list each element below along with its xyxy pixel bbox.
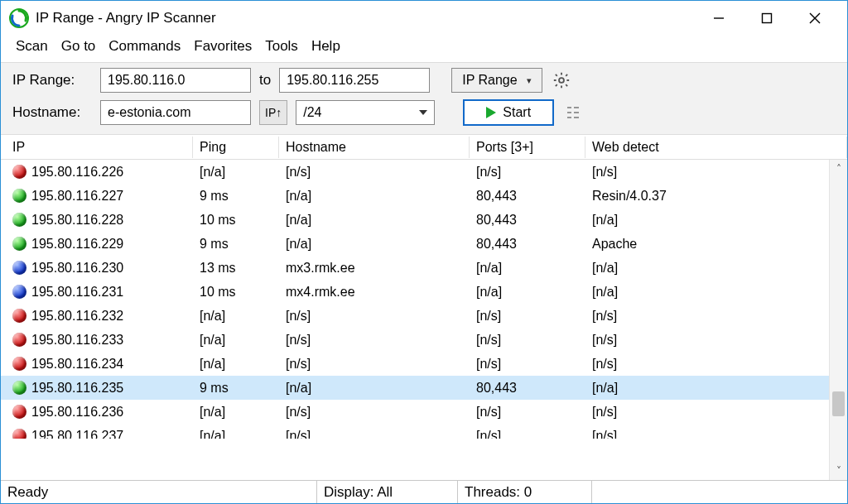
status-dot-icon <box>12 357 26 371</box>
window-controls <box>695 1 839 36</box>
col-header-web[interactable]: Web detect <box>585 137 847 158</box>
cell-ping: [n/a] <box>193 405 279 420</box>
table-row[interactable]: 195.80.116.233[n/a][n/s][n/s][n/s] <box>1 328 847 352</box>
col-header-ports[interactable]: Ports [3+] <box>470 137 585 158</box>
menu-favorites[interactable]: Favorites <box>189 36 257 56</box>
ip-range-label: IP Range: <box>12 72 92 89</box>
status-dot-icon <box>12 213 26 227</box>
table-row[interactable]: 195.80.116.23013 msmx3.rmk.ee[n/a][n/a] <box>1 256 847 280</box>
table-row[interactable]: 195.80.116.2279 ms[n/a]80,443Resin/4.0.3… <box>1 184 847 208</box>
cell-ip: 195.80.116.226 <box>6 165 193 180</box>
cell-ip: 195.80.116.237 <box>6 429 193 439</box>
table-row[interactable]: 195.80.116.22810 ms[n/a]80,443[n/a] <box>1 208 847 232</box>
col-header-ping[interactable]: Ping <box>193 137 279 158</box>
ip-text: 195.80.116.235 <box>31 381 123 396</box>
cell-hostname: [n/a] <box>279 189 470 204</box>
table-row[interactable]: 195.80.116.23110 msmx4.rmk.ee[n/a][n/a] <box>1 280 847 304</box>
gear-icon[interactable] <box>551 70 572 91</box>
hostname-input[interactable] <box>100 100 251 125</box>
cell-hostname: [n/s] <box>279 309 470 324</box>
scroll-track[interactable] <box>830 178 847 462</box>
vertical-scrollbar[interactable]: ˄ ˅ <box>829 160 847 480</box>
table-row[interactable]: 195.80.116.234[n/a][n/s][n/s][n/s] <box>1 352 847 376</box>
col-header-hostname[interactable]: Hostname <box>279 137 470 158</box>
status-dot-icon <box>12 333 26 347</box>
scroll-up-arrow[interactable]: ˄ <box>830 160 847 178</box>
scroll-thumb[interactable] <box>832 391 845 416</box>
cell-ports: 80,443 <box>470 189 585 204</box>
cell-web: [n/s] <box>585 405 847 420</box>
hostname-label: Hostname: <box>12 104 92 121</box>
menu-tools[interactable]: Tools <box>260 36 303 56</box>
netmask-select[interactable]: /24 <box>296 100 435 125</box>
ip-text: 195.80.116.227 <box>31 189 123 204</box>
play-icon <box>486 107 496 118</box>
cell-ping: 9 ms <box>193 381 279 396</box>
cell-web: [n/s] <box>585 309 847 324</box>
cell-web: [n/s] <box>585 333 847 348</box>
status-ready: Ready <box>1 481 317 503</box>
table-header: IP Ping Hostname Ports [3+] Web detect <box>1 135 847 160</box>
fetchers-icon[interactable] <box>562 102 584 123</box>
ip-text: 195.80.116.230 <box>31 261 123 276</box>
feeder-select-label: IP Range <box>462 73 517 88</box>
start-button-label: Start <box>503 105 531 120</box>
cell-web: [n/s] <box>585 357 847 372</box>
cell-web: [n/a] <box>585 261 847 276</box>
app-icon <box>9 8 29 28</box>
ip-text: 195.80.116.229 <box>31 237 123 252</box>
ip-up-button[interactable]: IP↑ <box>259 100 287 125</box>
table-row[interactable]: 195.80.116.237[n/a][n/s][n/s][n/s] <box>1 424 847 439</box>
ip-text: 195.80.116.236 <box>31 405 123 420</box>
svg-point-5 <box>559 78 564 83</box>
close-button[interactable] <box>791 1 839 36</box>
to-label: to <box>259 72 271 89</box>
cell-web: [n/a] <box>585 381 847 396</box>
cell-hostname: [n/s] <box>279 357 470 372</box>
minimize-button[interactable] <box>695 1 743 36</box>
cell-ip: 195.80.116.228 <box>6 213 193 228</box>
cell-ping: [n/a] <box>193 165 279 180</box>
cell-ip: 195.80.116.234 <box>6 357 193 372</box>
cell-web: [n/s] <box>585 429 847 439</box>
status-threads: Threads: 0 <box>458 481 592 503</box>
status-spacer <box>592 481 847 503</box>
table-row[interactable]: 195.80.116.232[n/a][n/s][n/s][n/s] <box>1 304 847 328</box>
cell-ip: 195.80.116.229 <box>6 237 193 252</box>
netmask-value: /24 <box>303 105 321 120</box>
ip-from-input[interactable] <box>100 68 251 93</box>
cell-ping: [n/a] <box>193 333 279 348</box>
ip-to-input[interactable] <box>279 68 430 93</box>
cell-ip: 195.80.116.235 <box>6 381 193 396</box>
statusbar: Ready Display: All Threads: 0 <box>1 480 847 503</box>
ip-text: 195.80.116.233 <box>31 333 123 348</box>
menu-help[interactable]: Help <box>306 36 345 56</box>
cell-ports: [n/s] <box>470 357 585 372</box>
scroll-down-arrow[interactable]: ˅ <box>830 462 847 480</box>
table-row[interactable]: 195.80.116.2359 ms[n/a]80,443[n/a] <box>1 376 847 400</box>
ip-text: 195.80.116.234 <box>31 357 123 372</box>
maximize-button[interactable] <box>743 1 791 36</box>
cell-ip: 195.80.116.231 <box>6 285 193 300</box>
menu-commands[interactable]: Commands <box>104 36 186 56</box>
cell-hostname: mx3.rmk.ee <box>279 261 470 276</box>
ip-text: 195.80.116.237 <box>31 429 123 439</box>
cell-ports: [n/s] <box>470 165 585 180</box>
table-row[interactable]: 195.80.116.2299 ms[n/a]80,443Apache <box>1 232 847 256</box>
cell-hostname: [n/a] <box>279 381 470 396</box>
table-row[interactable]: 195.80.116.226[n/a][n/s][n/s][n/s] <box>1 160 847 184</box>
cell-ports: [n/s] <box>470 405 585 420</box>
titlebar: IP Range - Angry IP Scanner <box>1 1 847 36</box>
cell-web: [n/a] <box>585 285 847 300</box>
feeder-select[interactable]: IP Range ▾ <box>451 68 542 93</box>
col-header-ip[interactable]: IP <box>6 137 193 158</box>
status-display: Display: All <box>317 481 458 503</box>
menu-goto[interactable]: Go to <box>56 36 101 56</box>
start-button[interactable]: Start <box>463 99 554 126</box>
status-dot-icon <box>12 309 26 323</box>
table-row[interactable]: 195.80.116.236[n/a][n/s][n/s][n/s] <box>1 400 847 424</box>
menu-scan[interactable]: Scan <box>11 36 53 56</box>
cell-ping: 10 ms <box>193 213 279 228</box>
cell-web: [n/s] <box>585 165 847 180</box>
menubar: Scan Go to Commands Favorites Tools Help <box>1 36 847 62</box>
